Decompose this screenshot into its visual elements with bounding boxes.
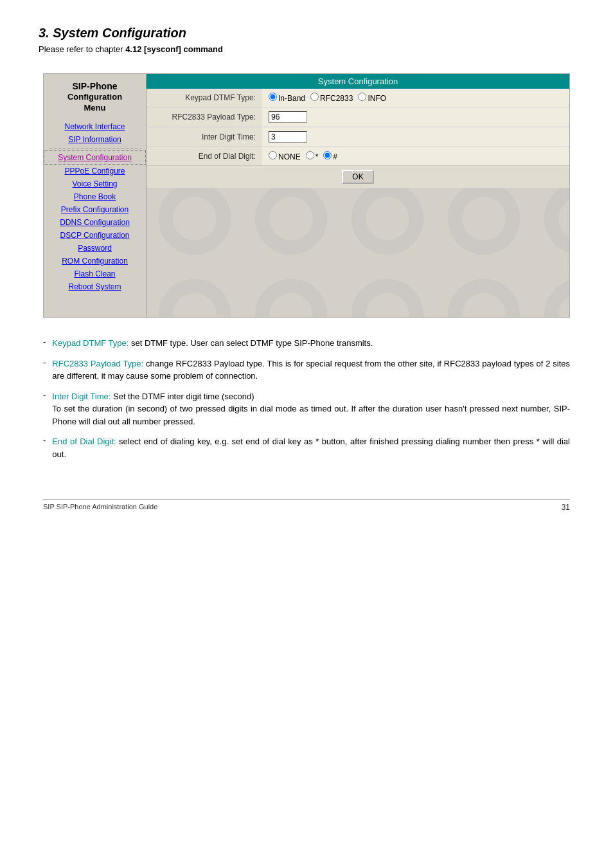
page-subtitle: Please refer to chapter 4.12 [sysconf] c… <box>39 44 574 54</box>
desc-item-1: -RFC2833 Payload Type: change RFC2833 Pa… <box>43 357 570 383</box>
desc-dash-3: - <box>43 435 46 445</box>
desc-item-2: -Inter Digit Time: Set the DTMF inter di… <box>43 390 570 428</box>
sidebar-item-phone-book[interactable]: Phone Book <box>44 190 146 203</box>
sidebar-item-sip-information[interactable]: SIP Information <box>44 133 146 146</box>
form-label-0: Keypad DTMF Type: <box>147 89 262 107</box>
form-panel-title: System Configuration <box>147 74 569 89</box>
footer-page-number: 31 <box>562 503 570 512</box>
sidebar-brand-line3: Menu <box>47 103 143 114</box>
desc-term-2: Inter Digit Time: <box>52 392 111 401</box>
sidebar-item-flash-clean[interactable]: Flash Clean <box>44 267 146 280</box>
form-label-3: End of Dial Digit: <box>147 147 262 166</box>
radio-option-0-1[interactable]: RFC2833 <box>310 94 353 103</box>
desc-term-0: Keypad DTMF Type: <box>52 338 129 348</box>
sidebar-item-pppoe-configure[interactable]: PPPoE Configure <box>44 165 146 177</box>
sidebar-item-network-interface[interactable]: Network Interface <box>44 120 146 133</box>
form-text-2[interactable] <box>269 131 307 143</box>
ui-panel: SIP-Phone Configuration Menu Network Int… <box>43 73 570 318</box>
form-panel: System Configuration Keypad DTMF Type:In… <box>147 74 569 188</box>
sidebar-item-password[interactable]: Password <box>44 242 146 255</box>
form-table: Keypad DTMF Type:In-BandRFC2833INFORFC28… <box>147 89 569 188</box>
sidebar-item-reboot-system[interactable]: Reboot System <box>44 280 146 293</box>
sidebar-item-ddns-configuration[interactable]: DDNS Configuration <box>44 216 146 229</box>
form-text-1[interactable] <box>269 111 307 123</box>
form-row-1: RFC2833 Payload Type: <box>147 107 569 127</box>
form-row-2: Inter Digit Time: <box>147 127 569 147</box>
radio-option-3-1[interactable]: * <box>306 152 319 161</box>
sidebar-item-dscp-configuration[interactable]: DSCP Configuration <box>44 229 146 242</box>
main-content: System Configuration Keypad DTMF Type:In… <box>147 74 569 317</box>
radio-option-0-0[interactable]: In-Band <box>269 94 305 103</box>
ok-button[interactable]: OK <box>342 170 373 184</box>
radio-option-3-0[interactable]: NONE <box>269 152 301 161</box>
desc-text-0: Keypad DTMF Type: set DTMF type. User ca… <box>52 337 373 350</box>
desc-dash-1: - <box>43 357 46 367</box>
ok-row: OK <box>147 166 569 188</box>
desc-text-2: Inter Digit Time: Set the DTMF inter dig… <box>52 390 570 428</box>
form-row-3: End of Dial Digit:NONE*# <box>147 147 569 166</box>
page-title: 3. System Configuration <box>39 26 574 41</box>
form-input-cell-3: NONE*# <box>262 147 569 166</box>
desc-item-0: -Keypad DTMF Type: set DTMF type. User c… <box>43 337 570 350</box>
form-input-cell-0: In-BandRFC2833INFO <box>262 89 569 107</box>
sidebar-item-rom-configuration[interactable]: ROM Configuration <box>44 255 146 267</box>
desc-text-3: End of Dial Digit: select end of dialing… <box>52 435 570 460</box>
radio-option-3-2[interactable]: # <box>323 152 337 161</box>
desc-item-3: -End of Dial Digit: select end of dialin… <box>43 435 570 460</box>
desc-dash-2: - <box>43 390 46 400</box>
description-section: -Keypad DTMF Type: set DTMF type. User c… <box>43 337 570 460</box>
form-input-cell-1 <box>262 107 569 127</box>
sidebar-brand-line1: SIP-Phone <box>47 80 143 92</box>
sidebar-brand: SIP-Phone Configuration Menu <box>44 80 146 114</box>
sidebar-item-voice-setting[interactable]: Voice Setting <box>44 177 146 190</box>
sidebar-brand-line2: Configuration <box>47 92 143 103</box>
sidebar-item-system-configuration[interactable]: System Configuration <box>44 150 146 165</box>
radio-option-0-2[interactable]: INFO <box>358 94 386 103</box>
form-input-cell-2 <box>262 127 569 147</box>
sidebar: SIP-Phone Configuration Menu Network Int… <box>44 74 147 317</box>
sidebar-item-prefix-configuration[interactable]: Prefix Configuration <box>44 203 146 216</box>
desc-term-3: End of Dial Digit: <box>52 437 116 446</box>
desc-term-1: RFC2833 Payload Type: <box>52 359 143 368</box>
footer-left: SIP SIP-Phone Administration Guide <box>43 503 157 512</box>
form-label-2: Inter Digit Time: <box>147 127 262 147</box>
desc-text-1: RFC2833 Payload Type: change RFC2833 Pay… <box>52 357 570 383</box>
form-row-0: Keypad DTMF Type:In-BandRFC2833INFO <box>147 89 569 107</box>
sidebar-nav: Network InterfaceSIP InformationSystem C… <box>44 120 146 293</box>
footer: SIP SIP-Phone Administration Guide 31 <box>43 499 570 512</box>
form-label-1: RFC2833 Payload Type: <box>147 107 262 127</box>
desc-dash-0: - <box>43 337 46 347</box>
